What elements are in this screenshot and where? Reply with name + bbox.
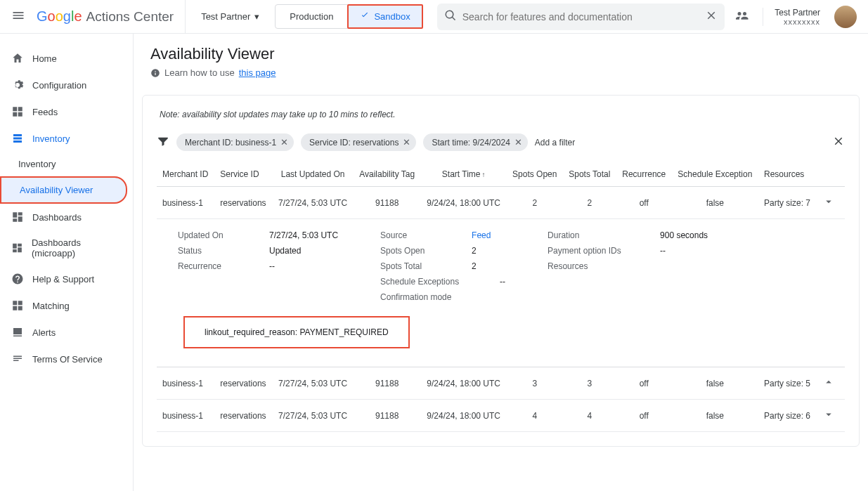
table-row[interactable]: business-1 reservations 7/27/24, 5:03 UT… (157, 367, 845, 400)
sidebar-item-inventory[interactable]: Inventory (0, 125, 133, 152)
app-header: Google Actions Center Test Partner ▾ Pro… (0, 0, 868, 34)
sidebar-item-help[interactable]: Help & Support (0, 266, 133, 292)
chip-remove-icon[interactable]: ✕ (403, 137, 410, 148)
sidebar-item-inventory-sub[interactable]: Inventory (0, 152, 133, 176)
filter-icon[interactable] (157, 135, 169, 150)
env-buttons: Production Sandbox (275, 4, 422, 29)
user-name: Test Partner (775, 8, 820, 18)
page-header: Availability Viewer Learn how to use thi… (134, 34, 868, 86)
close-filters-icon[interactable] (832, 135, 845, 150)
logo-area[interactable]: Google Actions Center (37, 0, 186, 33)
expand-row-icon[interactable] (817, 400, 845, 432)
sidebar-item-matching[interactable]: Matching (0, 292, 133, 319)
header-right: Test Partner xxxxxxxx (730, 6, 862, 28)
search-bar[interactable] (437, 4, 725, 30)
viewer-panel: Note: availability slot updates may take… (142, 95, 860, 447)
production-button[interactable]: Production (275, 4, 348, 29)
filter-chip-merchant[interactable]: Merchant ID: business-1✕ (176, 133, 294, 151)
sidebar-item-tos[interactable]: Terms Of Service (0, 346, 133, 372)
col-updated[interactable]: Last Updated On (272, 162, 353, 187)
sort-up-icon: ↑ (482, 171, 486, 178)
sidebar-item-alerts[interactable]: Alerts (0, 319, 133, 346)
product-name: Actions Center (86, 9, 174, 25)
page-title: Availability Viewer (150, 45, 851, 63)
user-info: Test Partner xxxxxxxx (763, 8, 820, 26)
help-link[interactable]: this page (239, 67, 276, 78)
filter-bar: Merchant ID: business-1✕ Service ID: res… (143, 128, 859, 157)
availability-table: Merchant ID Service ID Last Updated On A… (157, 162, 845, 432)
partner-name: Test Partner (201, 11, 250, 22)
add-filter[interactable]: Add a filter (535, 138, 575, 148)
google-logo: Google (37, 8, 82, 25)
avatar[interactable] (834, 6, 857, 28)
check-icon (360, 11, 370, 22)
info-icon (150, 68, 160, 78)
menu-icon[interactable] (6, 3, 31, 30)
filter-chip-service[interactable]: Service ID: reservations✕ (301, 133, 416, 151)
partner-selector[interactable]: Test Partner ▾ (191, 11, 269, 22)
sidebar-item-dashboards-microapp[interactable]: Dashboards (microapp) (0, 230, 133, 266)
sidebar-item-dashboards[interactable]: Dashboards (0, 204, 133, 230)
chevron-down-icon: ▾ (254, 11, 259, 22)
content: Availability Viewer Learn how to use thi… (134, 34, 868, 491)
col-merchant[interactable]: Merchant ID (157, 162, 214, 187)
sidebar-item-feeds[interactable]: Feeds (0, 98, 133, 125)
chip-remove-icon[interactable]: ✕ (280, 137, 288, 148)
col-start[interactable]: Start Time↑ (421, 162, 507, 187)
sidebar-item-home[interactable]: Home (0, 45, 133, 72)
col-exception[interactable]: Schedule Exception (672, 162, 758, 187)
chip-remove-icon[interactable]: ✕ (514, 137, 522, 148)
sandbox-label: Sandbox (374, 11, 410, 22)
table-row[interactable]: business-1 reservations 7/27/24, 5:03 UT… (157, 400, 845, 432)
sidebar: Home Configuration Feeds Inventory Inven… (0, 34, 134, 491)
col-resources[interactable]: Resources (758, 162, 817, 187)
expand-row-icon[interactable] (817, 187, 845, 219)
source-link[interactable]: Feed (472, 230, 491, 240)
note-text: Note: availability slot updates may take… (143, 96, 859, 128)
row-detail-panel: Updated On7/27/24, 5:03 UTC StatusUpdate… (157, 219, 845, 367)
sandbox-button[interactable]: Sandbox (347, 4, 422, 29)
search-icon (444, 9, 457, 24)
page-help: Learn how to use this page (150, 67, 851, 78)
col-service[interactable]: Service ID (214, 162, 272, 187)
col-recurrence[interactable]: Recurrence (616, 162, 672, 187)
sidebar-item-availability-viewer[interactable]: Availability Viewer (0, 176, 127, 204)
user-sub: xxxxxxxx (784, 18, 820, 26)
collapse-row-icon[interactable] (817, 367, 845, 400)
clear-icon[interactable] (705, 9, 718, 24)
linkout-reason-box: linkout_required_reason: PAYMENT_REQUIRE… (183, 316, 410, 348)
search-input[interactable] (457, 11, 706, 22)
col-tag[interactable]: Availability Tag (354, 162, 421, 187)
col-open[interactable]: Spots Open (507, 162, 563, 187)
account-switch-icon[interactable] (736, 8, 750, 25)
sidebar-item-configuration[interactable]: Configuration (0, 72, 133, 98)
table-row[interactable]: business-1 reservations 7/27/24, 5:03 UT… (157, 187, 845, 219)
col-total[interactable]: Spots Total (563, 162, 616, 187)
filter-chip-starttime[interactable]: Start time: 9/24/2024✕ (423, 133, 527, 151)
